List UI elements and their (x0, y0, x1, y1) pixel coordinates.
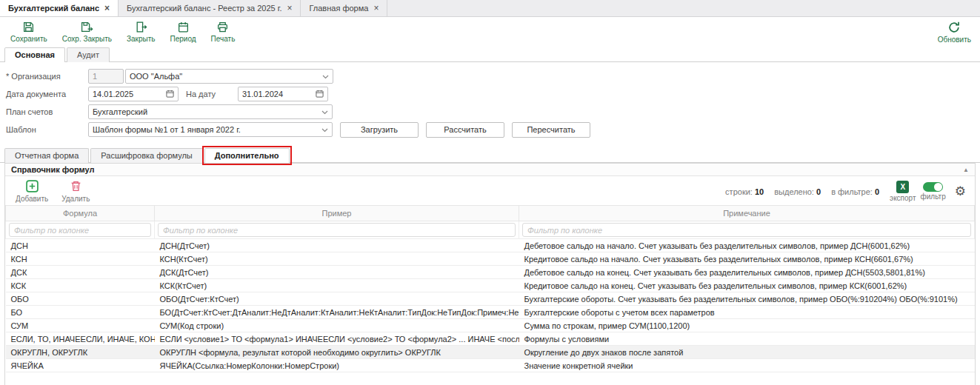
filter-input-formula[interactable] (9, 223, 151, 237)
print-button[interactable]: Печать (211, 21, 236, 43)
cell-example[interactable]: ОБО(ДтСчет:КтСчет) (155, 292, 519, 306)
tab-audit[interactable]: Аудит (67, 47, 110, 62)
column-header-formula[interactable]: Формула (6, 206, 155, 221)
cell-formula[interactable]: ЯЧЕЙКА (6, 359, 155, 372)
cell-note[interactable]: Кредитовое сальдо на конец. Счет указыва… (519, 279, 975, 292)
form-row-organization: * Организация 1 ООО "Альфа" (6, 67, 974, 85)
cell-note[interactable]: Значение конкретной ячейки (519, 359, 975, 372)
tab-main[interactable]: Основная (4, 47, 65, 62)
table-row[interactable]: БО БО(ДтСчет:КтСчет:ДтАналит:НеДтАналит:… (6, 306, 975, 319)
cell-formula[interactable]: ОКРУГЛН, ОКРУГЛК (6, 346, 155, 359)
save-close-icon (81, 21, 93, 33)
window-tab-main-form[interactable]: Главная форма × (301, 0, 387, 16)
cell-example[interactable]: ЯЧЕЙКА(Ссылка:НомерКолонки:НомерСтроки) (155, 359, 519, 372)
cell-formula[interactable]: ДСК (6, 266, 155, 279)
panel-header: Справочник формул ▲ (5, 164, 975, 176)
cell-formula[interactable]: БО (6, 306, 155, 319)
cell-formula[interactable]: ОБО (6, 292, 155, 306)
table-row[interactable]: КСК КСК(КтСчет) Кредитовое сальдо на кон… (6, 279, 975, 292)
refresh-icon (947, 21, 961, 34)
table-row[interactable]: ЯЧЕЙКА ЯЧЕЙКА(Ссылка:НомерКолонки:НомерС… (6, 359, 975, 372)
calculate-button[interactable]: Рассчитать (426, 122, 504, 138)
cell-note[interactable]: Формулы с условиями (519, 332, 975, 346)
calendar-icon[interactable] (166, 90, 174, 99)
window-tab-balance[interactable]: Бухгалтерский баланс × (0, 0, 119, 16)
filtered-count: в фильтре: 0 (831, 187, 879, 196)
cell-formula[interactable]: ДСН (6, 239, 155, 252)
table-row[interactable]: ЕСЛИ, ТО, ИНАЧЕЕСЛИ, ИНАЧЕ, КОНЕЦ ЕСЛИ <… (6, 332, 975, 346)
collapse-icon[interactable]: ▲ (963, 167, 969, 173)
formula-table: Формула Пример Примечание ДСН ДСН(ДтСчет… (5, 205, 975, 372)
organization-select[interactable]: ООО "Альфа" (125, 69, 333, 84)
close-button[interactable]: Закрыть (127, 21, 156, 43)
column-header-example[interactable]: Пример (155, 206, 519, 221)
excel-icon: X (896, 181, 909, 193)
close-icon[interactable]: × (287, 4, 292, 13)
filter-input-example[interactable] (158, 223, 516, 237)
doc-date-field[interactable]: 14.01.2025 (88, 87, 179, 101)
table-row[interactable]: ДСК ДСК(ДтСчет) Дебетовое сальдо на коне… (6, 266, 975, 279)
close-icon[interactable]: × (104, 4, 110, 13)
load-button[interactable]: Загрузить (340, 122, 419, 138)
column-header-note[interactable]: Примечание (519, 206, 975, 221)
cell-formula[interactable]: СУМ (6, 319, 155, 332)
main-toolbar: Сохранить Сохр. Закрыть Закрыть Период П… (0, 17, 980, 45)
form-tab-bar: Основная Аудит (0, 45, 980, 62)
gear-icon[interactable]: ⚙ (955, 185, 966, 198)
window-tab-label: Бухгалтерский баланс (8, 4, 99, 13)
cell-example[interactable]: ДСН(ДтСчет) (155, 239, 519, 252)
cell-formula[interactable]: КСН (6, 252, 155, 266)
filter-row (6, 221, 975, 239)
tab-formula-decode[interactable]: Расшифровка формулы (90, 148, 202, 163)
chevron-down-icon (321, 125, 328, 134)
trash-icon (70, 180, 82, 194)
template-select[interactable]: Шаблон формы №1 от 1 января 2022 г. (88, 122, 333, 137)
table-row[interactable]: ОБО ОБО(ДтСчет:КтСчет) Бухгалтерские обо… (6, 292, 975, 306)
tab-report-form[interactable]: Отчетная форма (4, 148, 89, 163)
cell-example[interactable]: КСН(КтСчет) (155, 252, 519, 266)
cell-formula[interactable]: КСК (6, 279, 155, 292)
save-button[interactable]: Сохранить (10, 21, 47, 43)
plus-icon (26, 180, 39, 194)
window-tab-label: Бухгалтерский баланс - Реестр за 2025 г. (127, 4, 281, 13)
refresh-label: Обновить (938, 36, 971, 44)
cell-example[interactable]: БО(ДтСчет:КтСчет:ДтАналит:НеДтАналит:КтА… (155, 306, 519, 319)
calendar-icon[interactable] (316, 90, 324, 99)
cell-note[interactable]: Бухгалтерские обороты. Счет указывать бе… (519, 292, 975, 306)
form-row-template: Шаблон Шаблон формы №1 от 1 января 2022 … (6, 121, 974, 138)
chart-of-accounts-select[interactable]: Бухгалтерский (88, 104, 333, 119)
cell-formula[interactable]: ЕСЛИ, ТО, ИНАЧЕЕСЛИ, ИНАЧЕ, КОНЕЦ (6, 332, 155, 346)
cell-note[interactable]: Дебетовое сальдо на конец. Счет указыват… (519, 266, 975, 279)
detail-tab-bar: Отчетная форма Расшифровка формулы Допол… (0, 141, 980, 163)
tab-additional[interactable]: Дополнительно (204, 148, 290, 163)
cell-note[interactable]: Дебетовое сальдо на начало. Счет указыва… (519, 239, 975, 252)
chevron-down-icon (321, 107, 328, 116)
filter-toggle[interactable]: фильтр (921, 182, 946, 201)
export-excel-button[interactable]: X экспорт (890, 181, 916, 202)
close-icon[interactable]: × (373, 4, 379, 13)
refresh-button[interactable]: Обновить (938, 21, 971, 44)
cell-example[interactable]: ДСК(ДтСчет) (155, 266, 519, 279)
cell-example[interactable]: СУМ(Код строки) (155, 319, 519, 332)
toggle-on-icon[interactable] (923, 182, 943, 192)
cell-example[interactable]: КСК(КтСчет) (155, 279, 519, 292)
cell-note[interactable]: Бухгалтерские обороты с учетом всех пара… (519, 306, 975, 319)
table-row[interactable]: СУМ СУМ(Код строки) Сумма по строкам, пр… (6, 319, 975, 332)
period-button[interactable]: Период (170, 21, 196, 43)
on-date-field[interactable]: 31.01.2024 (238, 87, 328, 101)
window-tab-registry[interactable]: Бухгалтерский баланс - Реестр за 2025 г.… (119, 0, 301, 16)
organization-code-field[interactable]: 1 (88, 69, 124, 84)
table-row[interactable]: ДСН ДСН(ДтСчет) Дебетовое сальдо на нача… (6, 239, 975, 252)
cell-example[interactable]: ЕСЛИ <условие1> ТО <формула1> ИНАЧЕЕСЛИ … (155, 332, 519, 346)
cell-example[interactable]: ОКРУГЛН <формула, результат которой необ… (155, 346, 519, 359)
save-close-button[interactable]: Сохр. Закрыть (62, 21, 112, 43)
add-row-button[interactable]: Добавить (16, 180, 48, 203)
filter-input-note[interactable] (522, 223, 971, 237)
table-row[interactable]: КСН КСН(КтСчет) Кредитовое сальдо на нач… (6, 252, 975, 266)
cell-note[interactable]: Сумма по строкам, пример СУМ(1100,1200) (519, 319, 975, 332)
cell-note[interactable]: Округление до двух знаков после запятой (519, 346, 975, 359)
table-row[interactable]: ОКРУГЛН, ОКРУГЛК ОКРУГЛН <формула, резул… (6, 346, 975, 359)
delete-row-button[interactable]: Удалить (61, 180, 90, 203)
cell-note[interactable]: Кредитовое сальдо на начало. Счет указыв… (519, 252, 975, 266)
recalculate-button[interactable]: Пересчитать (512, 122, 590, 138)
